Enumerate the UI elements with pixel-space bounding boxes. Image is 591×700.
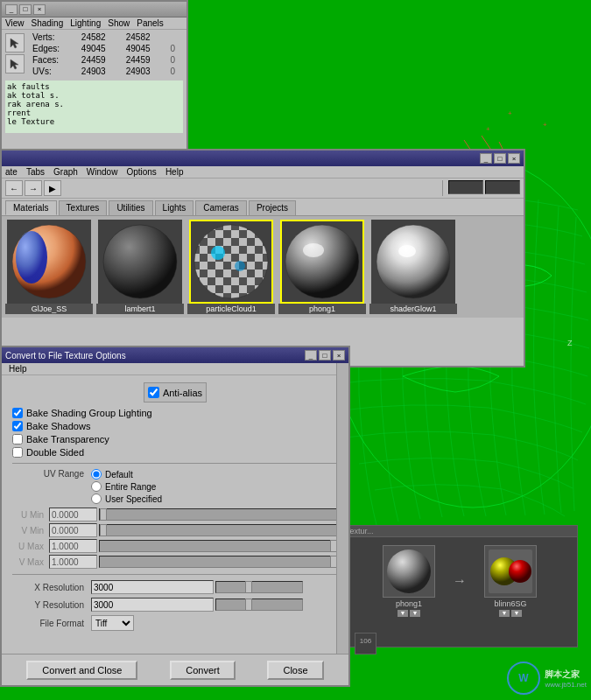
particle-sphere[interactable] xyxy=(189,220,273,304)
file-format-select[interactable]: Tiff PNG JPEG EXR TGA xyxy=(91,615,134,631)
convert-maximize-btn[interactable]: □ xyxy=(319,350,331,360)
convert-menu-help[interactable]: Help xyxy=(9,364,27,374)
uvs-label: UVs: xyxy=(30,66,79,77)
faces-label: Faces: xyxy=(30,54,79,66)
stats-maximize-btn[interactable]: □ xyxy=(19,4,32,15)
x-res-slider[interactable] xyxy=(215,581,303,593)
stats-close-btn[interactable]: × xyxy=(33,4,46,15)
material-gljoe[interactable]: GlJoe_SS xyxy=(5,220,93,314)
stats-menu: View Shading Lighting Show Panels xyxy=(2,18,186,30)
convert-titlebar-buttons[interactable]: _ □ × xyxy=(305,350,345,360)
svg-text:+: + xyxy=(543,121,547,129)
stats-menu-shading[interactable]: Shading xyxy=(32,18,64,28)
close-button[interactable]: Close xyxy=(267,661,323,680)
convert-dialog-content: Anti-alias Bake Shading Group Lighting B… xyxy=(2,375,348,641)
menu-graph[interactable]: Graph xyxy=(53,167,78,177)
bake-shadows-checkbox[interactable] xyxy=(12,421,23,431)
uv-radio-group: Default Entire Range User Specified xyxy=(91,469,162,504)
menu-ate[interactable]: ate xyxy=(5,167,18,177)
tab-materials[interactable]: Materials xyxy=(5,200,57,215)
tab-lights[interactable]: Lights xyxy=(155,200,194,215)
stats-window: _ □ × View Shading Lighting Show Panels xyxy=(0,0,188,153)
double-sided-label: Double Sided xyxy=(26,447,84,458)
stats-menu-panels[interactable]: Panels xyxy=(137,18,164,28)
v-min-input[interactable] xyxy=(49,523,97,537)
svg-point-34 xyxy=(509,560,531,583)
phong-node[interactable]: phong1 ▼ ▼ xyxy=(383,545,435,617)
u-max-input[interactable] xyxy=(49,539,97,553)
tab-cameras[interactable]: Cameras xyxy=(195,200,247,215)
convert-minimize-btn[interactable]: _ xyxy=(305,350,317,360)
svg-point-23 xyxy=(235,261,245,271)
shaderglow-sphere[interactable] xyxy=(371,220,455,304)
bake-shading-checkbox[interactable] xyxy=(12,408,23,418)
v-min-slider[interactable] xyxy=(99,524,338,536)
tab-textures[interactable]: Textures xyxy=(59,200,108,215)
uv-entire-radio[interactable] xyxy=(91,481,102,492)
file-format-label: File Format xyxy=(12,619,91,628)
edges-val1: 49045 xyxy=(79,43,123,54)
material-phong[interactable]: phong1 xyxy=(278,220,366,314)
hypershade-toolbar: ← → ▶ xyxy=(2,178,524,199)
faces-val1: 24459 xyxy=(79,54,123,66)
tab-utilities[interactable]: Utilities xyxy=(109,200,152,215)
double-sided-checkbox[interactable] xyxy=(12,447,23,458)
toolbar-back-btn[interactable]: ← xyxy=(5,180,23,196)
y-res-input[interactable] xyxy=(91,598,214,612)
material-shaderglow[interactable]: shaderGlow1 xyxy=(369,220,457,314)
menu-tabs[interactable]: Tabs xyxy=(26,167,45,177)
gljoe-label: GlJoe_SS xyxy=(5,304,93,314)
svg-text:+: + xyxy=(486,125,490,133)
uvs-val2: 24903 xyxy=(123,66,168,77)
stats-minimize-btn[interactable]: _ xyxy=(5,4,18,15)
u-max-slider[interactable] xyxy=(99,540,338,552)
bake-shadows-label: Bake Shadows xyxy=(26,421,90,431)
hypershade-minimize-btn[interactable]: _ xyxy=(480,153,492,164)
watermark: W 脚本之家 www.jb51.net xyxy=(506,661,587,696)
svg-point-22 xyxy=(211,246,225,260)
stats-menu-lighting[interactable]: Lighting xyxy=(70,18,101,28)
menu-help[interactable]: Help xyxy=(165,167,184,177)
stats-line4: rrent xyxy=(7,108,181,117)
tab-projects[interactable]: Projects xyxy=(249,200,296,215)
blinn-node[interactable]: blinn6SG ▼ ▼ xyxy=(484,545,537,617)
phong-sphere[interactable] xyxy=(280,220,364,304)
bake-transparency-checkbox[interactable] xyxy=(12,434,23,444)
lambert-sphere[interactable] xyxy=(98,220,182,304)
hypershade-window: _ □ × ate Tabs Graph Window Options Help… xyxy=(0,149,525,368)
material-particle[interactable]: particleCloud1 xyxy=(187,220,275,314)
y-res-slider[interactable] xyxy=(215,598,303,611)
x-res-input[interactable] xyxy=(91,580,214,594)
menu-window[interactable]: Window xyxy=(87,167,118,177)
v-max-slider[interactable] xyxy=(99,556,338,568)
toolbar-play-btn[interactable]: ▶ xyxy=(44,180,61,196)
anti-alias-checkbox[interactable] xyxy=(148,387,159,398)
hypershade-maximize-btn[interactable]: □ xyxy=(494,153,506,164)
menu-options[interactable]: Options xyxy=(126,167,156,177)
uvs-val1: 24903 xyxy=(79,66,123,77)
convert-button[interactable]: Convert xyxy=(170,661,236,680)
stats-titlebar-buttons[interactable]: _ □ × xyxy=(5,4,46,15)
convert-and-close-button[interactable]: Convert and Close xyxy=(26,661,137,680)
stats-menu-show[interactable]: Show xyxy=(108,18,130,28)
u-min-slider[interactable] xyxy=(99,508,338,521)
stats-menu-view[interactable]: View xyxy=(5,18,25,28)
material-lambert[interactable]: lambert1 xyxy=(96,220,184,314)
v-min-label: V Min xyxy=(12,526,47,536)
svg-point-26 xyxy=(303,243,324,257)
uv-default-radio[interactable] xyxy=(91,469,102,480)
stats-line5: le Texture xyxy=(7,117,181,126)
gljoe-sphere[interactable] xyxy=(7,220,91,304)
dialog-scrollbar[interactable] xyxy=(336,363,348,654)
hypershade-close-btn[interactable]: × xyxy=(508,153,520,164)
v-max-input[interactable] xyxy=(49,555,97,569)
verts-val2: 24582 xyxy=(123,32,168,43)
toolbar-forward-btn[interactable]: → xyxy=(25,180,42,196)
u-min-row: U Min xyxy=(12,508,338,522)
u-min-input[interactable] xyxy=(49,508,97,522)
uv-user-radio[interactable] xyxy=(91,494,102,504)
v-min-row: V Min xyxy=(12,523,338,537)
convert-close-btn[interactable]: × xyxy=(333,350,345,360)
hypershade-titlebar-buttons[interactable]: _ □ × xyxy=(480,153,520,164)
svg-marker-9 xyxy=(11,60,18,69)
